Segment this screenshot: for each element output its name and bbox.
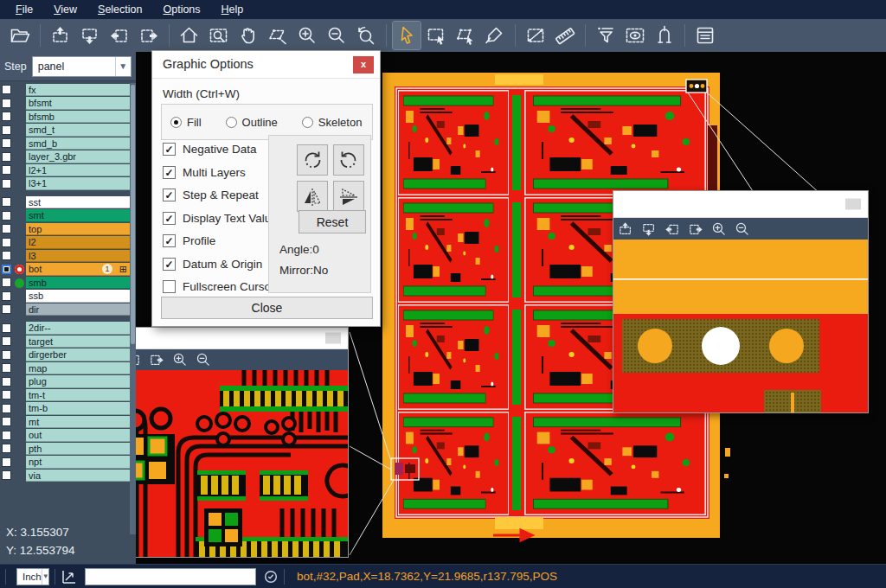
layer-name[interactable]: smd_b [26, 137, 130, 150]
layer-name[interactable]: tm-t [26, 389, 130, 402]
window-button[interactable] [325, 333, 341, 344]
menu-selection[interactable]: Selection [89, 2, 151, 17]
layer-checkbox[interactable] [2, 224, 11, 233]
pan-right-icon[interactable] [148, 351, 165, 368]
layer-name[interactable]: map [26, 362, 130, 375]
select-polygon-icon[interactable] [452, 22, 479, 49]
layer-row-out[interactable]: out [0, 429, 130, 443]
layer-name[interactable]: via [26, 470, 130, 483]
layer-row-mt[interactable]: mt [0, 415, 130, 429]
apply-icon[interactable] [263, 569, 279, 585]
layer-checkbox[interactable] [2, 99, 11, 108]
home-icon[interactable] [176, 22, 203, 49]
layer-checkbox[interactable] [2, 304, 11, 314]
checkbox-display-text-value[interactable]: ✓Display Text Value [163, 212, 278, 225]
layer-checkbox[interactable] [2, 265, 11, 274]
layer-name[interactable]: dirgerber [26, 348, 130, 361]
layer-checkbox[interactable] [2, 363, 11, 373]
layer-row-via[interactable]: via [0, 469, 130, 483]
radio-circle[interactable] [226, 117, 237, 128]
layer-checkbox[interactable] [2, 179, 11, 189]
snap-icon[interactable] [651, 22, 678, 49]
checkbox-box[interactable] [163, 280, 176, 293]
layer-name[interactable]: bfsmt [26, 97, 130, 110]
layer-name[interactable]: tm-b [26, 402, 130, 415]
layer-name[interactable]: target [26, 336, 130, 348]
layer-checkbox[interactable] [2, 336, 11, 346]
menu-options[interactable]: Options [154, 2, 209, 17]
layer-name[interactable]: l2 [26, 236, 130, 249]
pan-left-icon[interactable] [664, 220, 681, 238]
layer-name[interactable]: out [26, 429, 130, 442]
layer-row-bfsmb[interactable]: bfsmb [0, 110, 130, 124]
layer-row-smd_t[interactable]: smd_t [0, 124, 130, 137]
checkbox-step-repeat[interactable]: ✓Step & Repeat [163, 189, 259, 201]
close-icon[interactable]: x [353, 56, 374, 74]
layer-name[interactable]: ssb [26, 290, 130, 303]
checkbox-box[interactable]: ✓ [163, 234, 176, 247]
layer-name[interactable]: mt [26, 416, 130, 429]
open-folder-icon[interactable] [6, 22, 34, 49]
checkbox-box[interactable]: ✓ [163, 189, 176, 201]
layer-row-l2[interactable]: l2 [0, 236, 130, 250]
layer-name[interactable]: smd_t [26, 124, 130, 137]
zoom-out-icon[interactable] [195, 351, 212, 368]
zoom-window-top-right[interactable] [613, 190, 869, 413]
layer-name[interactable]: 2dir-- [26, 322, 130, 335]
layer-name[interactable]: plug [26, 375, 130, 388]
checkbox-box[interactable]: ✓ [163, 166, 176, 179]
layer-checkbox[interactable] [2, 165, 11, 175]
layer-row-dirgerber[interactable]: dirgerber [0, 348, 130, 362]
pan-down-icon[interactable] [640, 220, 658, 238]
layer-row-l3[interactable]: l3 [0, 249, 130, 263]
layer-row-smd_b[interactable]: smd_b [0, 137, 130, 150]
zoom-object-icon[interactable] [264, 22, 292, 49]
layer-name[interactable]: smt [26, 209, 130, 222]
checkbox-box[interactable]: ✓ [163, 212, 176, 225]
layer-list-scrollbar[interactable] [130, 83, 136, 534]
layer-checkbox[interactable] [2, 457, 11, 467]
layer-row-dir[interactable]: dir [0, 303, 130, 316]
command-input[interactable] [85, 568, 256, 585]
layer-row-map[interactable]: map [0, 361, 130, 375]
checkbox-negative-data[interactable]: ✓Negative Data [163, 143, 257, 156]
layer-name[interactable]: smb [26, 277, 130, 290]
step-select[interactable]: panel ▼ [32, 56, 132, 77]
layer-name[interactable]: pth [26, 443, 130, 456]
layer-name[interactable]: bot1⊞ [26, 263, 130, 276]
zoom-in-icon[interactable] [293, 22, 321, 49]
menu-file[interactable]: File [7, 2, 42, 17]
brush-icon[interactable] [481, 22, 509, 49]
close-button[interactable]: Close [161, 297, 373, 319]
select-window-icon[interactable] [422, 22, 450, 49]
layer-row-l2+1[interactable]: l2+1 [0, 163, 130, 177]
layer-row-fx[interactable]: fx [0, 83, 130, 97]
layer-checkbox[interactable] [2, 350, 11, 360]
layer-checkbox[interactable] [2, 238, 11, 247]
reset-button[interactable]: Reset [299, 210, 366, 233]
layer-checkbox[interactable] [2, 404, 11, 413]
zoom-previous-icon[interactable] [352, 22, 380, 49]
report-icon[interactable] [691, 22, 719, 49]
layer-row-smb[interactable]: smb [0, 276, 130, 290]
rotate-cw-button[interactable] [297, 144, 328, 176]
checkbox-box[interactable]: ✓ [163, 258, 176, 271]
checkbox-fullscreen-cursor[interactable]: Fullscreen Cursor [163, 280, 275, 293]
layer-checkbox[interactable] [2, 138, 11, 148]
layer-row-smt[interactable]: smt [0, 209, 130, 223]
layer-row-ssb[interactable]: ssb [0, 290, 130, 304]
layer-name[interactable]: l3+1 [26, 177, 130, 190]
grid-icon[interactable]: ⊞ [119, 263, 127, 276]
layer-name[interactable]: dir [26, 304, 130, 316]
checkbox-profile[interactable]: ✓Profile [163, 234, 215, 247]
zoom-in-icon[interactable] [710, 220, 728, 238]
layer-name[interactable]: layer_3.gbr [26, 150, 130, 163]
zoom-in-icon[interactable] [171, 351, 189, 368]
layer-checkbox[interactable] [2, 211, 11, 220]
zoom-out-icon[interactable] [323, 22, 350, 49]
layer-checkbox[interactable] [2, 85, 11, 94]
layer-checkbox[interactable] [2, 251, 11, 260]
layer-checkbox[interactable] [2, 197, 11, 207]
radio-circle[interactable] [170, 117, 182, 128]
layer-name[interactable]: npt [26, 456, 130, 469]
